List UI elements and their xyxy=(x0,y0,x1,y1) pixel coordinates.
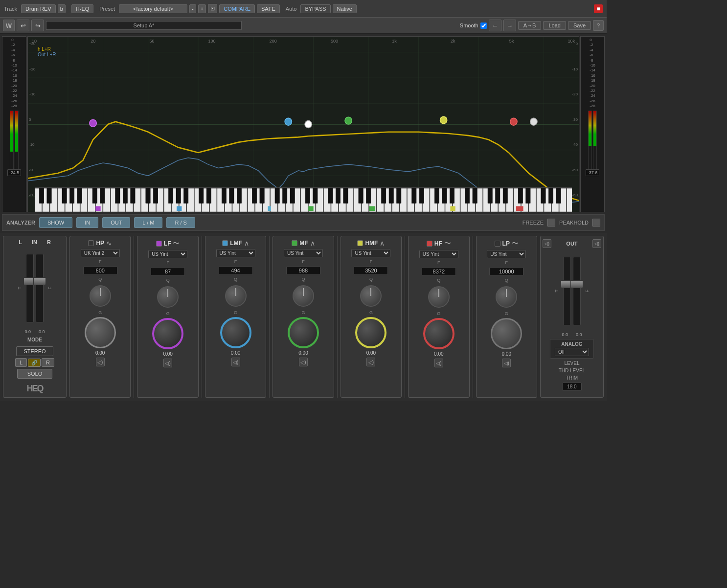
link-btn[interactable]: 🔗 xyxy=(28,359,41,367)
svg-rect-121 xyxy=(305,188,310,204)
band-hp-enable[interactable] xyxy=(88,240,94,246)
arrow-left-btn[interactable]: ← xyxy=(489,20,501,31)
plugin-name-btn[interactable]: H-EQ xyxy=(71,4,94,13)
band-hf-speaker[interactable]: ◁) xyxy=(434,359,443,367)
track-select[interactable]: Drum REV xyxy=(21,4,56,13)
band-hf-q-knob[interactable] xyxy=(428,286,450,308)
input-fader-l[interactable] xyxy=(26,254,34,322)
band-lmf-speaker[interactable]: ◁) xyxy=(231,358,240,366)
band-mf-speaker[interactable]: ◁) xyxy=(299,358,308,366)
band-lp-speaker[interactable]: ◁) xyxy=(502,359,511,367)
band-lmf-gain-knob[interactable] xyxy=(220,317,251,348)
waves-logo[interactable]: W xyxy=(3,20,15,31)
svg-rect-103 xyxy=(115,188,120,204)
band-lmf-freq[interactable]: 494 xyxy=(219,266,253,275)
show-btn[interactable]: SHOW xyxy=(39,217,72,228)
solo-btn[interactable]: SOLO xyxy=(17,369,53,379)
freeze-checkbox[interactable] xyxy=(547,219,555,226)
band-hmf-enable[interactable] xyxy=(357,240,363,246)
waves-toolbar: W ↩ ↪ Setup A* Smooth ← → A→B Load Save … xyxy=(0,18,607,34)
svg-rect-108 xyxy=(168,188,173,204)
smooth-checkbox[interactable] xyxy=(480,23,487,29)
arrow-right-btn[interactable]: → xyxy=(503,20,516,31)
native-btn[interactable]: Native xyxy=(333,4,357,13)
preset-plus-btn[interactable]: + xyxy=(198,4,206,13)
band-hmf-q-knob-container xyxy=(359,284,383,308)
svg-rect-123 xyxy=(328,188,333,204)
band-hmf-freq[interactable]: 3520 xyxy=(354,266,388,275)
help-btn[interactable]: ? xyxy=(593,20,604,31)
stereo-btn[interactable]: STEREO xyxy=(16,346,53,356)
band-hmf-g-label: G xyxy=(369,310,373,315)
band-lp-q-knob-container xyxy=(494,285,519,309)
load-btn[interactable]: Load xyxy=(543,21,566,30)
band-lf-enable[interactable] xyxy=(156,241,162,247)
band-hp-type-select[interactable]: UK Yint 2 xyxy=(81,249,120,257)
save-btn[interactable]: Save xyxy=(568,21,591,30)
out-icon2[interactable]: ◁) xyxy=(592,239,601,248)
auto-label: Auto xyxy=(286,6,297,12)
band-lmf-q-knob[interactable] xyxy=(225,285,247,307)
r-btn[interactable]: R xyxy=(42,358,54,367)
output-fader-l[interactable] xyxy=(563,257,571,325)
svg-rect-150 xyxy=(369,206,375,211)
band-mf-gain-knob[interactable] xyxy=(288,317,319,348)
band-hf-gain-knob[interactable] xyxy=(423,318,454,349)
svg-rect-140 xyxy=(503,188,507,204)
svg-rect-152 xyxy=(516,206,523,211)
band-lmf-enable[interactable] xyxy=(222,240,228,246)
track-b-btn[interactable]: b xyxy=(58,4,66,13)
band-lmf-name: LMF xyxy=(230,240,242,247)
input-fader-r[interactable] xyxy=(36,254,44,322)
band-hmf-type-select[interactable]: US Yint xyxy=(351,249,390,257)
band-hp-q-knob[interactable] xyxy=(90,285,111,307)
close-btn[interactable]: ■ xyxy=(594,4,603,13)
peakhold-checkbox[interactable] xyxy=(592,219,600,226)
redo-btn[interactable]: ↪ xyxy=(31,20,44,31)
rs-btn[interactable]: R / S xyxy=(166,217,195,228)
safe-btn[interactable]: SAFE xyxy=(257,4,280,13)
band-mf-q-knob[interactable] xyxy=(293,285,314,307)
lm-btn[interactable]: L / M xyxy=(134,217,162,228)
band-hf-type-select[interactable]: US Yint xyxy=(419,250,458,258)
out-btn[interactable]: OUT xyxy=(102,217,130,228)
band-lf-q-knob[interactable] xyxy=(157,286,179,308)
band-mf-enable[interactable] xyxy=(292,240,297,246)
band-lp-enable[interactable] xyxy=(495,241,500,247)
output-fader-r[interactable] xyxy=(573,257,581,325)
band-hmf-speaker[interactable]: ◁) xyxy=(366,358,375,366)
out-icon[interactable]: ◁) xyxy=(543,239,551,248)
preset-minus-btn[interactable]: - xyxy=(189,4,196,13)
ab-btn[interactable]: A→B xyxy=(518,21,542,30)
band-hmf-q-knob[interactable] xyxy=(360,285,382,307)
band-hf-enable[interactable] xyxy=(427,241,432,247)
rmeter-8: -8 xyxy=(590,58,595,63)
analog-select[interactable]: Off xyxy=(555,348,589,356)
band-lp-type-select[interactable]: US Yint xyxy=(487,250,526,258)
band-lp-freq[interactable]: 10000 xyxy=(489,267,523,276)
band-hp-freq[interactable]: 600 xyxy=(83,266,117,275)
l-btn[interactable]: L xyxy=(15,358,27,367)
band-lf-type-select[interactable]: US Yint xyxy=(148,250,187,258)
compare-btn[interactable]: COMPARE xyxy=(219,4,255,13)
band-hmf-gain-knob[interactable] xyxy=(355,317,386,348)
band-lf-freq[interactable]: 87 xyxy=(151,267,185,276)
band-mf-name: MF xyxy=(299,240,308,247)
band-lp-q-knob[interactable] xyxy=(496,286,517,308)
band-mf-type-select[interactable]: US Yint xyxy=(284,249,323,257)
svg-rect-134 xyxy=(442,188,447,204)
band-lp-gain-knob[interactable] xyxy=(491,318,522,349)
band-hp-speaker[interactable]: ◁) xyxy=(96,358,105,366)
undo-btn[interactable]: ↩ xyxy=(17,20,29,31)
preset-select[interactable]: <factory default> xyxy=(119,4,187,13)
in-btn[interactable]: IN xyxy=(76,217,98,228)
bypass-btn[interactable]: BYPASS xyxy=(300,4,330,13)
preset-copy-btn[interactable]: ⊡ xyxy=(208,4,217,13)
band-hf-freq[interactable]: 8372 xyxy=(422,267,456,276)
band-hp-gain-knob[interactable] xyxy=(85,317,116,348)
band-mf-freq[interactable]: 988 xyxy=(286,266,320,275)
eq-display[interactable]: 10 20 50 100 200 500 1k 2k 5k 10k +30 +2… xyxy=(27,36,579,212)
band-lf-speaker[interactable]: ◁) xyxy=(163,359,172,367)
band-lf-gain-knob[interactable] xyxy=(152,318,183,349)
band-lmf-type-select[interactable]: US Yint xyxy=(216,249,255,257)
